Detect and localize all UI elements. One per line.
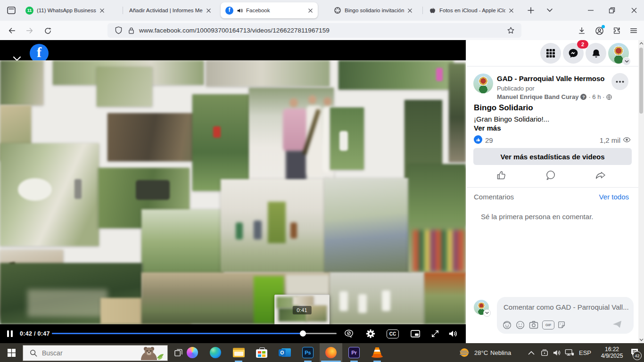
fb-apps-menu-button[interactable] [540,43,561,64]
comments-disabled-icon[interactable] [343,328,355,340]
video-player[interactable]: f [0,40,466,343]
collage-figure [339,291,348,311]
help-icon[interactable]: ? [580,94,586,100]
taskbar-ms-store-icon[interactable] [250,343,273,362]
scrollbar-thumb[interactable] [639,48,643,114]
taskbar-premiere-icon[interactable]: Pr [343,343,365,362]
like-action-button[interactable] [496,170,507,181]
collage-figure [254,221,262,239]
notification-count-badge: 42 [633,351,642,360]
reload-button[interactable] [41,25,54,37]
composer-placeholder[interactable]: Comentar como GAD - Parroquial Vall... [504,303,629,311]
tray-chevron-up[interactable] [528,343,535,362]
tab-close-icon[interactable] [206,8,211,13]
tab-audio-icon[interactable] [237,8,243,14]
shield-icon[interactable] [115,26,122,34]
window-minimize-button[interactable] [584,0,598,21]
forward-button[interactable] [24,25,36,37]
comment-composer[interactable]: Comentar como GAD - Parroquial Vall... G… [497,297,634,334]
emoji-icon[interactable] [516,321,525,329]
tab-list-chevron[interactable] [546,8,553,13]
fb-notifications-button[interactable] [586,43,606,64]
account-icon[interactable] [593,25,605,37]
firefox-view-button[interactable] [7,6,16,15]
see-all-comments-link[interactable]: Ver todos [467,193,629,201]
language-indicator[interactable]: ESP [579,343,591,362]
extensions-puzzle-icon[interactable] [611,25,623,37]
author-name[interactable]: Manuel Enrique Band Curay [497,93,578,100]
weather-icon[interactable] [458,343,471,362]
url-bar[interactable]: www.facebook.com/100093700164713/videos/… [107,23,521,38]
comment-action-button[interactable] [545,170,556,181]
weather-text[interactable]: 28°C Neblina [474,343,511,362]
settings-gear-icon[interactable] [364,328,377,340]
back-button[interactable] [6,25,18,37]
gif-icon[interactable]: GIF [542,321,554,329]
taskbar-outlook-icon[interactable]: O [273,343,296,362]
pause-button[interactable] [4,328,16,340]
share-action-button[interactable] [595,170,606,181]
scroll-up-arrow[interactable] [638,40,644,47]
composer-avatar[interactable] [474,300,489,315]
window-restore-button[interactable] [605,0,619,21]
seek-bar[interactable] [52,333,337,334]
taskbar-firefox-icon-active[interactable] [320,343,342,362]
tab-chatgpt[interactable]: Bingo solidario invitación [330,0,428,21]
lock-icon[interactable] [128,27,134,34]
volume-button[interactable] [447,328,459,340]
tab-whatsapp[interactable]: 11 (11) WhatsApp Business [23,0,127,21]
taskbar-search-box[interactable] [23,345,168,361]
camera-icon[interactable] [529,321,538,329]
tab-close-icon[interactable] [509,8,514,13]
composer-identity-chevron[interactable] [483,309,491,317]
fb-messenger-button[interactable]: 2 [563,43,584,64]
tray-volume-icon[interactable] [553,343,561,362]
notification-center-button[interactable]: 42 [630,343,640,362]
tray-network-icon[interactable] [565,343,574,362]
tab-close-icon[interactable] [407,8,413,13]
search-input[interactable] [41,349,132,357]
page-name[interactable]: GAD - Parroquial Valle Hermoso [497,74,604,82]
tab-close-icon[interactable] [308,8,313,13]
bookmark-star-icon[interactable] [507,26,515,34]
tab-facebook-active[interactable]: f Facebook [221,2,318,18]
downloads-icon[interactable] [576,25,588,37]
post-options-button[interactable] [611,73,628,90]
tray-device-icon[interactable] [540,343,549,362]
fb-account-avatar[interactable] [608,43,629,64]
divider [467,187,638,188]
search-highlight-bear-image[interactable] [138,346,165,360]
post-time[interactable]: · 6 h · [588,93,604,100]
new-tab-button[interactable] [526,6,536,15]
scroll-down-arrow[interactable] [638,337,644,343]
tab-icloud[interactable]: Fotos en iCloud - Apple iClou [425,0,526,21]
start-button[interactable] [0,343,23,362]
taskbar-edge-icon[interactable] [204,343,227,362]
taskbar-clock[interactable]: 16:22 4/9/2025 [595,343,629,362]
taskbar-vlc-icon[interactable] [366,343,388,362]
taskbar-copilot-icon[interactable] [181,343,204,362]
sticker-icon[interactable] [557,321,566,329]
collage-figure [339,131,348,151]
facebook-logo[interactable]: f [30,44,49,63]
divider [467,66,638,66]
video-stats-button[interactable]: Ver más estadísticas de videos [473,148,632,165]
taskbar-photoshop-icon[interactable]: Ps [297,343,319,362]
closed-captions-button[interactable]: CC [387,329,399,338]
page-scrollbar[interactable] [638,40,644,343]
taskbar-file-explorer-icon[interactable] [227,343,250,362]
collage-figure [18,178,52,201]
send-comment-icon[interactable] [612,320,622,329]
url-text[interactable]: www.facebook.com/100093700164713/videos/… [139,27,330,34]
collage-figure [213,126,221,138]
picture-in-picture-button[interactable] [409,328,421,340]
tab-close-icon[interactable] [99,8,105,13]
window-close-button[interactable] [627,0,641,21]
tab-informes[interactable]: Añadir Actividad | Informes Mens [125,0,225,21]
page-avatar[interactable] [473,74,493,93]
menu-hamburger-icon[interactable] [627,25,640,37]
avatar-sticker-icon[interactable] [503,321,512,329]
seek-handle[interactable] [300,330,306,337]
see-more-link[interactable]: Ver más [474,124,501,132]
fullscreen-button[interactable] [429,328,441,340]
